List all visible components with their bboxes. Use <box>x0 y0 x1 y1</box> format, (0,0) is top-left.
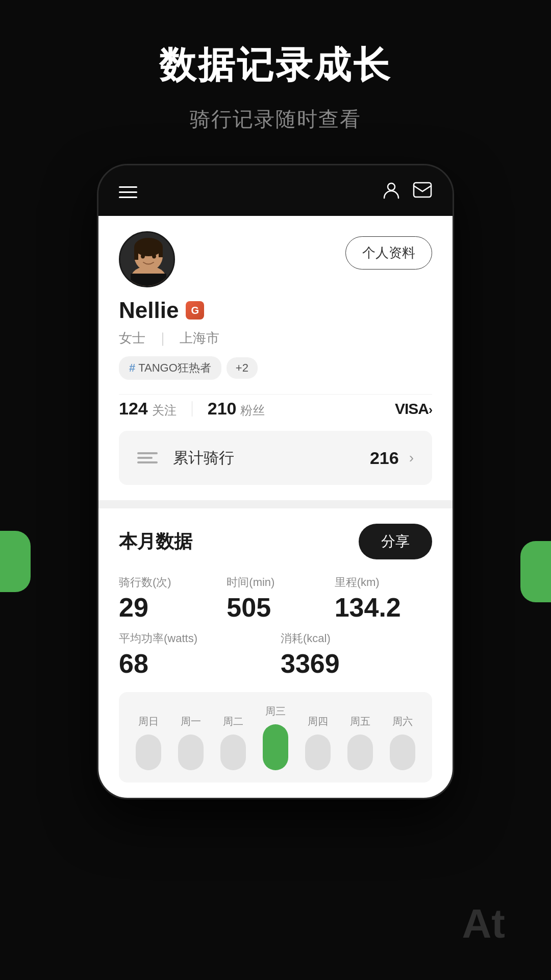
sub-title: 骑行记录随时查看 <box>190 105 361 133</box>
user-meta: 女士 ｜ 上海市 <box>119 329 432 347</box>
user-icon[interactable] <box>382 181 400 203</box>
stat-time-label: 时间(min) <box>227 575 324 590</box>
main-title: 数据记录成长 <box>159 41 392 90</box>
svg-rect-8 <box>131 274 166 287</box>
week-day-fri-bar <box>347 734 373 770</box>
followers-label: 粉丝 <box>240 402 265 419</box>
tag-label: TANGO狂热者 <box>138 360 211 376</box>
visa-arrow: › <box>429 403 432 416</box>
stat-calories: 消耗(kcal) 3369 <box>281 631 432 677</box>
stat-rides-value: 29 <box>119 594 216 621</box>
week-day-sun-label: 周日 <box>138 715 159 728</box>
page-container: 数据记录成长 骑行记录随时查看 <box>0 0 551 980</box>
stats-row: 124 关注 210 粉丝 VISA› <box>119 394 432 423</box>
profile-button[interactable]: 个人资料 <box>345 236 432 270</box>
user-name: Nellie <box>119 298 179 323</box>
week-day-wed-bar <box>263 724 288 770</box>
followers-stat[interactable]: 210 粉丝 <box>208 399 265 419</box>
svg-point-5 <box>134 238 163 256</box>
following-label: 关注 <box>152 402 177 419</box>
monthly-title: 本月数据 <box>119 529 192 554</box>
share-button[interactable]: 分享 <box>359 524 432 559</box>
phone-header <box>98 165 453 216</box>
avatar <box>119 231 175 287</box>
data-grid-3col: 骑行数(次) 29 时间(min) 505 里程(km) 134.2 <box>119 575 432 621</box>
followers-count: 210 <box>208 399 237 419</box>
tag-row: # TANGO狂热者 +2 <box>119 356 432 380</box>
svg-rect-6 <box>134 247 138 260</box>
following-count: 124 <box>119 399 148 419</box>
svg-point-0 <box>388 183 395 190</box>
section-divider <box>98 500 453 508</box>
week-day-sat: 周六 <box>390 715 415 770</box>
week-day-thu: 周四 <box>305 715 331 770</box>
green-accent-right <box>520 541 551 602</box>
ride-arrow: › <box>409 450 414 466</box>
week-day-fri-label: 周五 <box>350 715 370 728</box>
at-watermark: At <box>462 900 505 947</box>
stat-time: 时间(min) 505 <box>227 575 324 621</box>
green-accent-left <box>0 531 31 592</box>
user-gender: 女士 <box>119 330 145 346</box>
phone-mockup: 个人资料 Nellie G 女士 ｜ 上海市 # TANGO狂热者 +2 <box>97 164 454 799</box>
stat-rides: 骑行数(次) 29 <box>119 575 216 621</box>
week-day-wed: 周三 <box>263 704 288 770</box>
week-day-tue: 周二 <box>220 715 246 770</box>
stat-calories-label: 消耗(kcal) <box>281 631 432 646</box>
monthly-section: 本月数据 分享 骑行数(次) 29 时间(min) 505 里程(km) 134… <box>98 508 453 798</box>
ride-label: 累计骑行 <box>173 448 360 469</box>
week-days: 周日 周一 周二 周三 <box>127 704 424 770</box>
monthly-header: 本月数据 分享 <box>119 524 432 559</box>
stat-rides-label: 骑行数(次) <box>119 575 216 590</box>
week-day-tue-label: 周二 <box>223 715 243 728</box>
stat-distance-value: 134.2 <box>335 594 432 621</box>
following-stat[interactable]: 124 关注 <box>119 399 177 419</box>
user-name-row: Nellie G <box>119 298 432 323</box>
week-day-sun: 周日 <box>136 715 161 770</box>
weekly-chart: 周日 周一 周二 周三 <box>119 692 432 782</box>
stat-power-value: 68 <box>119 650 270 677</box>
svg-point-9 <box>141 254 145 259</box>
stat-power-label: 平均功率(watts) <box>119 631 270 646</box>
week-day-wed-label: 周三 <box>265 704 286 718</box>
stat-distance: 里程(km) 134.2 <box>335 575 432 621</box>
tag-plus[interactable]: +2 <box>227 357 258 379</box>
week-day-sun-bar <box>136 734 161 770</box>
week-day-sat-bar <box>390 734 415 770</box>
tag-item[interactable]: # TANGO狂热者 <box>119 356 221 380</box>
week-day-fri: 周五 <box>347 715 373 770</box>
meta-divider: ｜ <box>156 330 169 346</box>
profile-top: 个人资料 <box>119 231 432 287</box>
stat-divider <box>192 401 192 416</box>
mail-icon[interactable] <box>413 182 432 202</box>
week-day-tue-bar <box>220 734 246 770</box>
data-grid-2col: 平均功率(watts) 68 消耗(kcal) 3369 <box>119 631 432 677</box>
ride-icon <box>137 445 163 471</box>
week-day-mon-label: 周一 <box>181 715 201 728</box>
stat-time-value: 505 <box>227 594 324 621</box>
header-right <box>382 181 432 203</box>
svg-point-10 <box>152 254 156 259</box>
ride-card[interactable]: 累计骑行 216 › <box>119 431 432 485</box>
tag-hash: # <box>129 361 135 375</box>
ride-count: 216 <box>370 448 399 468</box>
visa-logo[interactable]: VISA› <box>395 400 432 418</box>
stat-calories-value: 3369 <box>281 650 432 677</box>
week-day-mon: 周一 <box>178 715 204 770</box>
svg-rect-7 <box>159 247 163 257</box>
g-badge: G <box>186 301 204 320</box>
stat-power: 平均功率(watts) 68 <box>119 631 270 677</box>
hero-section: 数据记录成长 骑行记录随时查看 <box>0 0 551 133</box>
week-day-sat-label: 周六 <box>392 715 413 728</box>
week-day-mon-bar <box>178 734 204 770</box>
stat-distance-label: 里程(km) <box>335 575 432 590</box>
week-day-thu-bar <box>305 734 331 770</box>
profile-section: 个人资料 Nellie G 女士 ｜ 上海市 # TANGO狂热者 +2 <box>98 216 453 500</box>
svg-rect-1 <box>414 183 431 197</box>
week-day-thu-label: 周四 <box>308 715 328 728</box>
menu-icon[interactable] <box>119 186 137 198</box>
user-city: 上海市 <box>180 330 219 346</box>
